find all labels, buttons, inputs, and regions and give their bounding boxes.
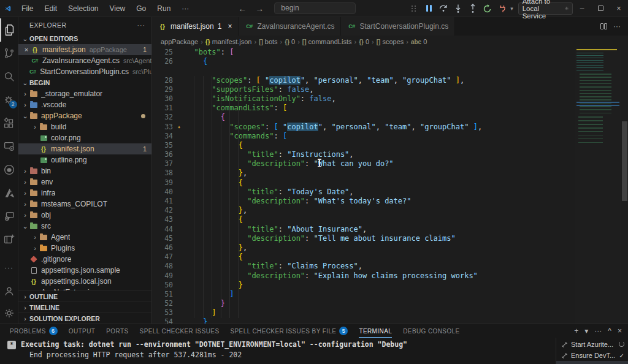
tree-item-build[interactable]: ›build <box>18 121 151 132</box>
disconnect-button[interactable] <box>496 2 509 15</box>
breadcrumb-item[interactable]: {}0 <box>359 38 369 45</box>
more-actions-icon[interactable]: ··· <box>4 264 13 279</box>
panel-tab-output[interactable]: OUTPUT <box>69 324 96 338</box>
extensions-icon[interactable] <box>0 112 18 135</box>
run-and-debug-icon[interactable]: 2 <box>0 88 18 112</box>
tree-item-src[interactable]: ⌄src <box>18 221 151 232</box>
tree-item-outline.png[interactable]: outline.png <box>18 154 151 165</box>
editor-more-icon[interactable]: ··· <box>613 22 621 31</box>
explorer-more-icon[interactable]: ··· <box>137 21 146 29</box>
settings-gear-icon[interactable] <box>0 303 18 324</box>
attach-config-dropdown[interactable]: Attach to Local Service <box>518 2 573 15</box>
split-editor-icon[interactable] <box>600 23 607 29</box>
menu-selection[interactable]: Selection <box>63 0 104 17</box>
panel-tab-ports[interactable]: PORTS <box>106 324 128 338</box>
solution-explorer-section[interactable]: ›SOLUTION EXPLORER <box>18 313 151 324</box>
breadcrumb-item[interactable]: []bots <box>259 38 277 45</box>
terminal-task-partial[interactable] <box>556 361 628 364</box>
minimap[interactable] <box>575 48 621 324</box>
terminal-profile-dropdown[interactable]: ▾ <box>584 327 588 335</box>
tree-item-Plugins[interactable]: ›Plugins <box>18 243 151 254</box>
github-icon[interactable] <box>0 158 18 181</box>
menu-view[interactable]: View <box>104 0 131 17</box>
close-icon[interactable]: × <box>22 46 31 53</box>
forward-button[interactable]: → <box>251 4 268 13</box>
menu-go[interactable]: Go <box>131 0 151 17</box>
tab-StartConversationPlugin.cs[interactable]: C#StartConversationPlugin.cs <box>341 17 455 36</box>
terminal[interactable]: * Executing task: dotnet run --environme… <box>0 338 556 364</box>
breadcrumb-item[interactable]: abc0 <box>411 38 427 45</box>
open-editors-section[interactable]: ⌄OPEN EDITORS <box>18 33 151 44</box>
search-icon[interactable] <box>0 65 18 88</box>
tree-item-appPackage[interactable]: ⌄appPackage <box>18 110 151 121</box>
tab-manifest.json[interactable]: {}manifest.json1× <box>152 17 239 36</box>
menu-file[interactable]: File <box>16 0 39 17</box>
close-panel-icon[interactable]: × <box>618 327 622 335</box>
panel-more-icon[interactable]: ··· <box>594 327 602 335</box>
menu-[interactable]: ··· <box>176 0 194 17</box>
drag-grip-icon[interactable] <box>407 2 421 15</box>
tree-item-manifest.json[interactable]: {}manifest.json1 <box>18 143 151 154</box>
terminal-task-Ensure DevT...[interactable]: Ensure DevT...✓ <box>556 350 628 361</box>
tree-item-.vscode[interactable]: ›.vscode <box>18 99 151 110</box>
terminal-task-Start Azurite...[interactable]: Start Azurite... <box>556 339 628 350</box>
tree-item-appsettings.json.sample[interactable]: appsettings.json.sample <box>18 265 151 276</box>
tree-item-msteams_COPILOT[interactable]: ›msteams_COPILOT <box>18 199 151 210</box>
open-editor-ZavaInsuranceAgent.cs[interactable]: C#ZavaInsuranceAgent.cssrc\Agent <box>18 55 151 66</box>
breadcrumb-item[interactable]: {}manifest.json <box>205 38 252 45</box>
close-button[interactable]: × <box>610 0 628 17</box>
open-editor-StartConversationPlugin.cs[interactable]: C#StartConversationPlugin.cssrc\Plu... <box>18 66 151 77</box>
tree-item-color.png[interactable]: color.png <box>18 132 151 143</box>
maximize-button[interactable] <box>591 0 610 17</box>
breadcrumb-item[interactable]: appPackage <box>161 38 198 45</box>
breadcrumb[interactable]: appPackage›{}manifest.json›[]bots›{}0›[]… <box>152 36 628 48</box>
panel-tab-spell-checker-issues-by-file[interactable]: SPELL CHECKER ISSUES BY FILE5 <box>230 324 348 338</box>
tree-item-_storage_emulator[interactable]: ›_storage_emulator <box>18 88 151 99</box>
restart-button[interactable] <box>481 2 494 15</box>
explorer-icon[interactable] <box>0 18 18 42</box>
maximize-panel-icon[interactable]: ^ <box>608 327 611 335</box>
close-icon[interactable]: × <box>228 22 232 31</box>
tree-item-obj[interactable]: ›obj <box>18 210 151 221</box>
tree-item-env[interactable]: ›env <box>18 176 151 188</box>
source-control-icon[interactable] <box>0 42 18 65</box>
remote-explorer-icon[interactable] <box>0 135 18 158</box>
panel-tab-problems[interactable]: PROBLEMS6 <box>10 324 58 338</box>
open-editor-manifest.json[interactable]: ×{}manifest.jsonappPackage1 <box>18 44 151 55</box>
chat-copilot-icon[interactable] <box>0 205 18 228</box>
outline-section[interactable]: ›OUTLINE <box>18 290 151 301</box>
account-icon[interactable] <box>0 279 18 303</box>
back-button[interactable]: ← <box>234 4 251 13</box>
editor-scrollbar[interactable] <box>621 48 628 324</box>
step-into-button[interactable] <box>451 2 465 15</box>
pause-button[interactable] <box>422 2 435 15</box>
workspace-section[interactable]: ⌄BEGIN <box>18 77 151 88</box>
menu-edit[interactable]: Edit <box>39 0 63 17</box>
panel-tab-spell-checker-issues[interactable]: SPELL CHECKER ISSUES <box>140 324 220 338</box>
copilot-sparkle-icon[interactable]: ✦ <box>173 123 185 132</box>
command-center-search[interactable]: begin <box>274 2 356 14</box>
menu-run[interactable]: Run <box>151 0 176 17</box>
panel-tab-debug-console[interactable]: DEBUG CONSOLE <box>403 324 459 338</box>
code-editor[interactable]: 25 "bots": [26 {28 "scopes": [ "copilot"… <box>152 48 628 324</box>
step-out-button[interactable] <box>466 2 480 15</box>
code-area[interactable]: 25 "bots": [26 {28 "scopes": [ "copilot"… <box>152 48 575 324</box>
minimize-button[interactable]: – <box>573 0 591 17</box>
new-terminal-button[interactable]: + <box>574 327 578 335</box>
breadcrumb-item[interactable]: {}0 <box>285 38 295 45</box>
step-over-button[interactable] <box>437 2 450 15</box>
chevron-down-icon[interactable]: ▾ <box>510 6 513 12</box>
tab-ZavaInsuranceAgent.cs[interactable]: C#ZavaInsuranceAgent.cs <box>239 17 341 36</box>
breadcrumb-item[interactable]: []commandLists <box>302 38 352 45</box>
panel-tab-terminal[interactable]: TERMINAL <box>359 324 392 338</box>
azure-icon[interactable] <box>0 181 18 205</box>
timeline-section[interactable]: ›TIMELINE <box>18 301 151 313</box>
new-window-icon[interactable] <box>0 228 18 251</box>
scrollbar-thumb[interactable] <box>622 121 627 201</box>
tree-item-.gitignore[interactable]: .gitignore <box>18 254 151 265</box>
tree-item-bin[interactable]: ›bin <box>18 165 151 176</box>
tree-item-appsettings.local.json[interactable]: {}appsettings.local.json <box>18 276 151 287</box>
breadcrumb-item[interactable]: []scopes <box>377 38 404 45</box>
tree-item-infra[interactable]: ›infra <box>18 188 151 199</box>
tree-item-Agent[interactable]: ›Agent <box>18 232 151 243</box>
